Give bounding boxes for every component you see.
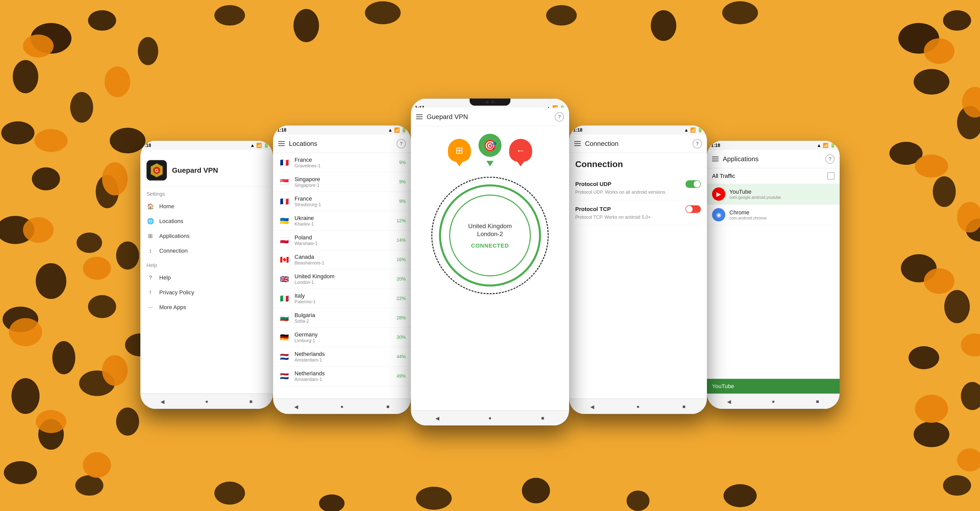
drawer-privacy[interactable]: ! Privacy Policy <box>140 285 273 300</box>
svg-point-54 <box>9 318 42 346</box>
drawer-locations[interactable]: 🌐 Locations <box>140 214 273 229</box>
flag-netherlands2: 🇳🇱 <box>278 372 290 381</box>
svg-point-45 <box>522 478 550 503</box>
location-item-france2[interactable]: 🇫🇷 France Strasbourg-1 9% <box>273 192 411 211</box>
svg-point-49 <box>105 66 130 97</box>
protocol-udp-toggle[interactable] <box>686 180 701 188</box>
protocol-udp-desc: Protocol UDP. Works on all android versi… <box>575 190 701 195</box>
drawer-connection-label: Connection <box>159 248 188 254</box>
location-item-singapore[interactable]: 🇸🇬 Singapore Singapore-1 9% <box>273 172 411 192</box>
back-button-1[interactable]: ◀ <box>158 396 168 407</box>
pct-netherlands1: 44% <box>396 354 406 359</box>
home-button-5[interactable]: ● <box>768 396 778 407</box>
help-button-2[interactable]: ? <box>396 139 406 148</box>
drawer-applications[interactable]: ⊞ Applications <box>140 229 273 243</box>
back-button-3[interactable]: ◀ <box>432 413 442 423</box>
home-button-3[interactable]: ● <box>485 413 495 423</box>
svg-point-55 <box>102 355 127 386</box>
chrome-pkg: com.android.chrome <box>729 216 767 220</box>
apps-list: All Traffic ▶ YouTube com.google.android… <box>707 168 840 379</box>
all-traffic-row[interactable]: All Traffic <box>707 168 840 184</box>
drawer-help[interactable]: ? Help <box>140 270 273 285</box>
app-chrome[interactable]: ◉ Chrome com.android.chrome <box>707 204 840 225</box>
svg-point-4 <box>1 121 35 144</box>
vpn-mid-circle[interactable]: United Kingdom London-2 CONNECTED <box>439 184 541 287</box>
recent-button-4[interactable]: ■ <box>679 401 689 412</box>
all-traffic-checkbox[interactable] <box>827 172 835 180</box>
menu-icon-4[interactable] <box>574 141 581 146</box>
drawer-home[interactable]: 🏠 Home <box>140 199 273 214</box>
locations-list: 🇫🇷 France Gravelines-1 9% 🇸🇬 Singapore S… <box>273 153 411 399</box>
location-item-bulgaria[interactable]: 🇧🇬 Bulgaria Sofia-2 28% <box>273 308 411 328</box>
home-button-4[interactable]: ● <box>633 401 643 412</box>
flag-france1: 🇫🇷 <box>278 158 290 167</box>
chrome-icon: ◉ <box>712 208 725 222</box>
svg-point-61 <box>957 202 980 233</box>
svg-point-30 <box>901 254 937 282</box>
help-icon: ? <box>146 275 154 281</box>
location-item-netherlands1[interactable]: 🇳🇱 Netherlands Amsterdam-1 44% <box>273 347 411 367</box>
svg-point-51 <box>102 162 127 195</box>
home-button-1[interactable]: ● <box>202 396 212 407</box>
apps-pin-icon: ⊞ <box>448 139 471 162</box>
home-button-2[interactable]: ● <box>337 401 347 412</box>
svg-point-35 <box>943 475 971 496</box>
city-germany: Limburg-1 <box>294 338 393 343</box>
drawer-connection[interactable]: ↕ Connection <box>140 243 273 258</box>
country-canada: Canada <box>294 254 393 260</box>
help-button-4[interactable]: ? <box>693 139 702 148</box>
svg-point-33 <box>961 382 980 410</box>
pct-ukraine: 12% <box>396 218 406 224</box>
svg-point-44 <box>416 487 452 510</box>
location-item-canada[interactable]: 🇨🇦 Canada Beauharnois-1 16% <box>273 250 411 270</box>
location-item-germany[interactable]: 🇩🇪 Germany Limburg-1 30% <box>273 328 411 347</box>
battery-icon-2: 🔋 <box>401 127 407 133</box>
svg-point-65 <box>957 449 980 471</box>
flag-germany: 🇩🇪 <box>278 333 290 342</box>
pct-uk: 20% <box>396 276 406 282</box>
pct-bulgaria: 28% <box>396 315 406 321</box>
protocol-tcp-toggle[interactable] <box>686 205 701 213</box>
location-item-ukraine[interactable]: 🇺🇦 Ukraine Kharkiv-1 12% <box>273 211 411 231</box>
location-item-poland[interactable]: 🇵🇱 Poland Warshaw-1 14% <box>273 231 411 250</box>
location-item-uk[interactable]: 🇬🇧 United Kingdom London-1 20% <box>273 270 411 289</box>
svg-point-52 <box>23 217 54 243</box>
recent-button-5[interactable]: ■ <box>812 396 822 407</box>
recent-button-1[interactable]: ■ <box>246 396 256 407</box>
svg-point-53 <box>83 257 111 280</box>
svg-point-62 <box>924 268 955 294</box>
pct-germany: 30% <box>396 335 406 340</box>
location-item-italy[interactable]: 🇮🇹 Italy Palermo-1 22% <box>273 289 411 308</box>
notch-camera <box>486 101 489 104</box>
svg-point-2 <box>13 60 38 93</box>
location-item-netherlands2[interactable]: 🇳🇱 Netherlands Amsterdam-1 49% <box>273 367 411 386</box>
back-button-4[interactable]: ◀ <box>587 401 597 412</box>
menu-icon-5[interactable] <box>712 156 719 161</box>
city-france1: Gravelines-1 <box>294 163 395 169</box>
protocol-tcp-row: Protocol TCP <box>575 205 701 213</box>
bottom-app-label: YouTube <box>712 383 734 390</box>
help-button-5[interactable]: ? <box>825 154 835 163</box>
recent-button-3[interactable]: ■ <box>538 413 548 423</box>
svg-point-14 <box>88 295 116 318</box>
recent-button-2[interactable]: ■ <box>383 401 393 412</box>
signal-icon-1: 📶 <box>256 142 262 148</box>
menu-icon-3[interactable] <box>416 115 423 119</box>
location-item-france1[interactable]: 🇫🇷 France Gravelines-1 9% <box>273 153 411 172</box>
city-poland: Warshaw-1 <box>294 241 393 246</box>
signal-icon-4: 📶 <box>690 127 696 133</box>
wifi-icon-5: ▲ <box>817 142 821 148</box>
protocol-tcp-desc: Protocol TCP. Works on android 5.0+ <box>575 215 701 220</box>
svg-text:G: G <box>155 168 159 173</box>
app-youtube[interactable]: ▶ YouTube com.google.android.youtube <box>707 184 840 204</box>
wifi-icon-2: ▲ <box>388 127 393 133</box>
back-button-5[interactable]: ◀ <box>724 396 734 407</box>
help-button-3[interactable]: ? <box>555 112 564 121</box>
drawer-more-apps[interactable]: ··· More Apps <box>140 300 273 315</box>
back-button-2[interactable]: ◀ <box>291 401 301 412</box>
applications-icon: ⊞ <box>146 233 154 240</box>
menu-icon[interactable] <box>278 141 285 146</box>
help-section-label: Help <box>140 258 273 270</box>
svg-point-26 <box>957 106 980 139</box>
vpn-arrow-icon-container: ← <box>509 139 532 166</box>
